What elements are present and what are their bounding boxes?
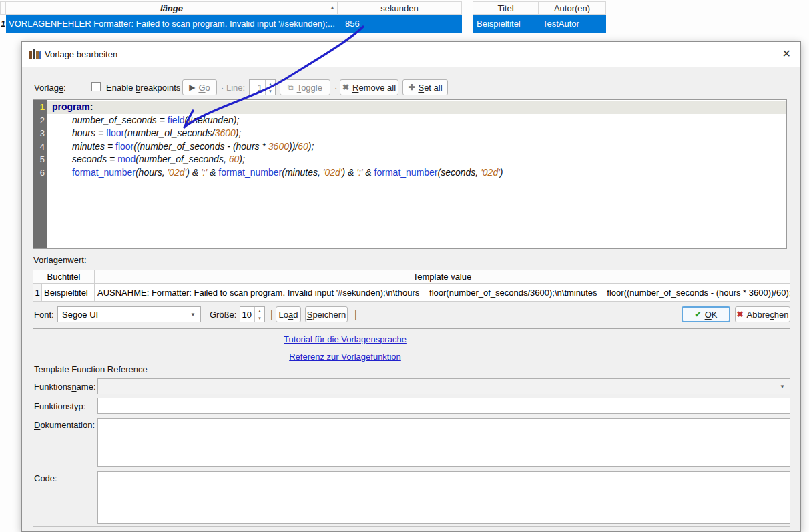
dialog-titlebar[interactable]: Vorlage bearbeiten ✕: [22, 42, 800, 67]
referenz-link[interactable]: Referenz zur Vorlagefunktion: [289, 352, 401, 362]
set-all-breakpoints-button[interactable]: ✚ Set all: [402, 79, 448, 95]
column-header-titel[interactable]: Titel: [473, 1, 539, 15]
code-token: ) &: [342, 167, 356, 178]
tutorial-link[interactable]: Tutorial für die Vorlagensprache: [284, 334, 407, 344]
toggle-button-label: Toggle: [297, 83, 322, 93]
chevron-down-icon: ▼: [780, 384, 785, 390]
template-code-editor[interactable]: 123456 program: number_of_seconds = fiel…: [33, 99, 787, 249]
editor-code-line[interactable]: number_of_seconds = field(#sekunden);: [52, 114, 786, 127]
code-label: Code:: [34, 473, 57, 483]
abbrechen-button-label: Abbrechen: [747, 310, 789, 320]
code-token: &: [207, 167, 218, 178]
code-token: format_number: [72, 167, 136, 178]
column-header-buchtitel[interactable]: Buchtitel: [33, 270, 95, 284]
edit-template-dialog: Vorlage bearbeiten ✕ Vorlage: Enable bre…: [21, 41, 801, 532]
column-header-label: länge: [160, 3, 183, 13]
spin-down-icon[interactable]: ▼: [255, 314, 264, 322]
editor-code-line[interactable]: minutes = floor((number_of_seconds - (ho…: [52, 140, 786, 154]
column-header-label: Titel: [497, 3, 513, 13]
spin-down-icon[interactable]: ▼: [266, 87, 275, 95]
code-token: program: [52, 101, 90, 112]
cell-buchtitel[interactable]: Beispieltitel: [41, 284, 95, 302]
code-token: format_number: [218, 167, 282, 178]
code-token: 60: [229, 154, 240, 164]
speichern-button[interactable]: Speichern: [305, 306, 348, 322]
code-token: ,: [224, 154, 229, 164]
code-token: hours: [72, 127, 95, 138]
code-token: =: [95, 127, 106, 138]
code-token: 3600: [268, 141, 289, 152]
vorlagenwert-label: Vorlagenwert:: [33, 255, 87, 265]
font-label: Font:: [34, 310, 54, 320]
code-token: '02d': [481, 167, 500, 178]
editor-line-number: 5: [33, 153, 45, 166]
code-token: floor: [115, 141, 133, 152]
dokumentation-textarea[interactable]: [97, 418, 790, 467]
size-spinner[interactable]: 10 ▲ ▼: [240, 306, 265, 322]
column-header-autor[interactable]: Autor(en): [538, 1, 606, 15]
code-token: ))/: [289, 141, 298, 152]
code-token: );: [239, 154, 245, 164]
table-row[interactable]: Beispieltitel TestAutor: [473, 15, 606, 33]
code-token: seconds: [72, 154, 107, 164]
cell-titel: Beispieltitel: [477, 19, 521, 29]
code-token: =: [107, 154, 117, 164]
dokumentation-label: Dokumentation:: [34, 420, 95, 430]
help-links: Tutorial für die Vorlagensprache Referen…: [33, 333, 657, 368]
code-token: hours: [139, 167, 162, 178]
spin-up-icon[interactable]: ▲: [255, 307, 264, 314]
function-reference-title: Template Function Reference: [34, 364, 148, 374]
size-label: Größe:: [210, 310, 236, 320]
code-token: &: [362, 167, 374, 178]
column-header-laenge[interactable]: länge: [5, 1, 338, 15]
editor-code-line[interactable]: format_number(hours, '02d') & ':' & form…: [52, 166, 786, 180]
editor-line-number: 2: [33, 114, 45, 127]
screen: länge ▲ sekunden 1 VORLAGENFEHLER Format…: [0, 0, 809, 532]
speichern-button-label: Speichern: [307, 310, 346, 320]
funktionsname-combobox[interactable]: ▼: [97, 378, 790, 394]
code-token: ,: [318, 167, 323, 178]
table-row[interactable]: VORLAGENFEHLER Formatter: Failed to scan…: [6, 15, 462, 33]
separator-dot: ·: [177, 83, 180, 93]
ok-button[interactable]: ✔ OK: [682, 306, 730, 322]
line-spinner[interactable]: 1 ▲ ▼: [249, 79, 276, 95]
remove-all-breakpoints-button[interactable]: ✖ Remove all: [340, 79, 398, 95]
go-button[interactable]: ▶ Go: [182, 79, 217, 95]
funktionstyp-input[interactable]: [97, 398, 790, 414]
code-token: [52, 153, 72, 166]
column-header-template-value[interactable]: Template value: [94, 270, 790, 284]
spin-up-icon[interactable]: ▲: [266, 80, 275, 87]
books-icon: [29, 49, 41, 60]
spinner-arrows[interactable]: ▲ ▼: [265, 80, 275, 95]
set-all-label: Set all: [418, 83, 442, 93]
code-token: 60: [298, 141, 308, 152]
separator-pipe: |: [270, 308, 273, 320]
code-token: mod: [117, 154, 136, 164]
code-textarea[interactable]: [97, 471, 790, 524]
close-icon[interactable]: ✕: [782, 48, 791, 60]
enable-breakpoints-label[interactable]: Enable breakpoints: [106, 83, 180, 93]
editor-gutter: 123456: [33, 100, 47, 248]
editor-code[interactable]: program: number_of_seconds = field(#seku…: [47, 100, 786, 248]
cell-autor: TestAutor: [543, 19, 579, 29]
column-header-sekunden[interactable]: sekunden: [337, 1, 462, 15]
cell-template-value[interactable]: AUSNAHME: Formatter: Failed to scan prog…: [94, 284, 790, 302]
enable-breakpoints-checkbox[interactable]: [91, 82, 101, 91]
code-token: floor: [106, 127, 124, 138]
column-header-label: Buchtitel: [47, 272, 81, 282]
abbrechen-button[interactable]: ✖ Abbrechen: [735, 306, 790, 322]
editor-code-line[interactable]: seconds = mod(number_of_seconds, 60);: [52, 153, 786, 166]
cell-sekunden: 856: [345, 19, 360, 29]
template-value-table: Buchtitel Template value 1 Beispieltitel…: [33, 270, 790, 303]
row-number: 1: [33, 284, 42, 302]
toggle-breakpoint-button[interactable]: ⧉ Toggle: [280, 79, 330, 95]
code-token: minutes: [285, 167, 318, 178]
code-token: number_of_seconds: [127, 127, 212, 138]
font-combobox[interactable]: Segoe UI ▼: [57, 306, 201, 322]
load-button[interactable]: Load: [276, 306, 301, 322]
column-header-label: Autor(en): [554, 3, 590, 13]
editor-code-line[interactable]: hours = floor(number_of_seconds/3600);: [52, 127, 786, 140]
editor-code-line[interactable]: program:: [47, 101, 786, 114]
spinner-arrows[interactable]: ▲ ▼: [254, 307, 264, 322]
row-number: 1: [0, 15, 6, 33]
